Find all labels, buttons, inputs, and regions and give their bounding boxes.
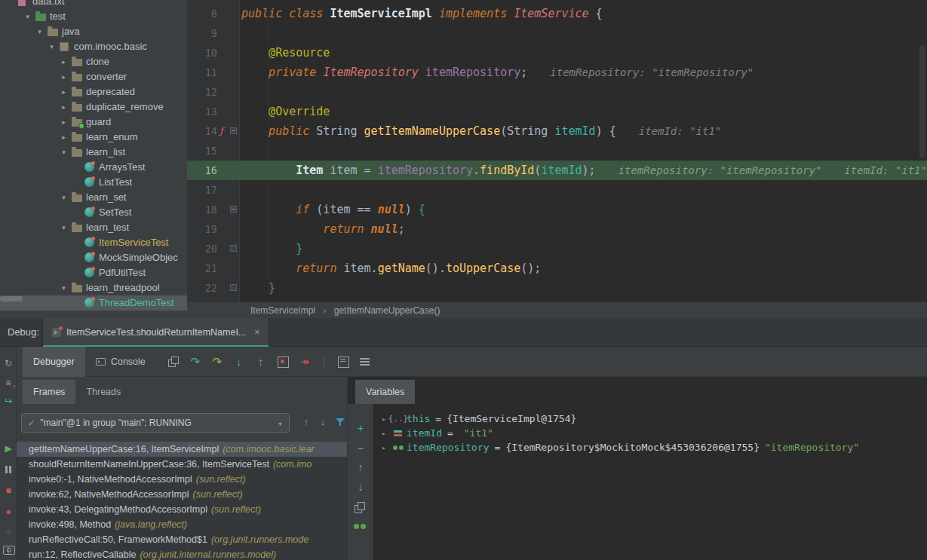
stack-frame-row[interactable]: shouldReturnItemNameInUpperCase:36, Item… — [17, 457, 347, 472]
tree-item-mocksimpleobjec[interactable]: MockSimpleObjec — [0, 250, 187, 265]
line-number[interactable]: 10 — [187, 43, 217, 63]
clear-all-icon[interactable]: ≡× — [0, 375, 17, 390]
tab-variables[interactable]: Variables — [355, 380, 415, 404]
stack-frame-row[interactable]: invoke:43, DelegatingMethodAccessorImpl(… — [17, 502, 347, 517]
restore-layout-icon[interactable] — [165, 353, 182, 370]
variable-row-itemRepository[interactable]: ▸itemRepository={ItemRepository$MockitoM… — [378, 440, 927, 454]
variable-row-itemId[interactable]: ▸itemId="it1" — [378, 426, 927, 440]
stop-icon[interactable]: ■ — [0, 483, 17, 498]
code-line-16[interactable]: 16 Item item = itemRepository.findById(i… — [187, 161, 927, 180]
force-run-to-cursor-icon[interactable]: ↠ — [296, 353, 313, 370]
watch-toggle-icon[interactable] — [348, 519, 373, 534]
tree-item-learn-enum[interactable]: ▸learn_enum — [0, 130, 187, 145]
duplicate-icon[interactable] — [348, 499, 373, 514]
method-breakpoint-icon[interactable]: ƒ — [219, 121, 223, 141]
line-number[interactable]: 9 — [187, 23, 217, 43]
tree-item-pdfutiltest[interactable]: PdfUtilTest — [0, 265, 187, 280]
stack-frame-row[interactable]: invoke:498, Method(java.lang.reflect) — [17, 517, 347, 532]
remove-icon[interactable]: − — [348, 441, 373, 456]
more-options-icon[interactable]: ⋮ — [0, 543, 17, 558]
code-line-15[interactable]: 15 — [187, 141, 927, 161]
close-icon[interactable]: × — [254, 327, 259, 338]
variable-row-this[interactable]: ▸{..}this={ItemServiceImpl@1754} — [378, 412, 927, 426]
step-out-icon[interactable]: ↑ — [253, 353, 269, 370]
tree-item-clone[interactable]: ▸clone — [0, 54, 187, 69]
tree-item-learn-threadpool[interactable]: ▾learn_threadpool — [0, 280, 187, 295]
line-number[interactable]: 20 — [187, 239, 217, 259]
line-number[interactable]: 18 — [187, 200, 217, 219]
code-line-20[interactable]: 20 } — [187, 239, 927, 259]
fold-marker-icon[interactable]: − — [230, 206, 237, 213]
stack-frame-row[interactable]: runReflectiveCall:50, FrameworkMethod$1(… — [17, 532, 347, 547]
editor-scrollbar[interactable] — [919, 45, 925, 158]
stack-frame-row[interactable]: invoke:62, NativeMethodAccessorImpl(sun.… — [17, 487, 347, 502]
fold-marker-icon[interactable]: − — [230, 127, 237, 134]
pause-icon[interactable] — [0, 462, 17, 477]
fold-marker-icon[interactable] — [230, 284, 237, 291]
tree-item-settest[interactable]: SetTest — [0, 205, 187, 220]
chevron-right-icon[interactable]: ▸ — [59, 54, 69, 69]
tree-item-converter[interactable]: ▸converter — [0, 69, 187, 84]
tab-frames[interactable]: Frames — [23, 380, 75, 404]
code-line-14[interactable]: 14ƒ− public String getItemNameUpperCase(… — [187, 121, 927, 141]
tree-item-itemservicetest[interactable]: ItemServiceTest — [0, 235, 187, 250]
chevron-down-icon[interactable]: ▾ — [59, 220, 69, 235]
settings-icon[interactable] — [357, 353, 373, 370]
line-number[interactable]: 13 — [187, 102, 217, 121]
code-line-13[interactable]: 13 @Override — [187, 102, 927, 121]
chevron-right-icon[interactable]: ▸ — [378, 430, 390, 437]
line-number[interactable]: 14 — [187, 121, 217, 141]
tree-item-com-imooc-basic[interactable]: ▾com.imooc.basic — [0, 39, 187, 54]
code-line-10[interactable]: 10 @Resource — [187, 43, 927, 63]
line-number[interactable]: 11 — [187, 63, 217, 82]
chevron-down-icon[interactable]: ▾ — [59, 145, 69, 160]
rerun-icon[interactable]: ↻ — [0, 356, 17, 371]
line-number[interactable]: 12 — [187, 82, 217, 102]
chevron-down-icon[interactable]: ▾ — [59, 190, 69, 205]
tree-item-learn-list[interactable]: ▾learn_list — [0, 145, 187, 160]
mute-breakpoints-icon[interactable]: ○ — [0, 525, 17, 540]
tab-threads[interactable]: Threads — [75, 380, 131, 404]
view-breakpoints-icon[interactable]: ● — [0, 504, 17, 519]
code-line-12[interactable]: 12 — [187, 82, 927, 102]
tab-debugger[interactable]: Debugger — [23, 347, 85, 377]
previous-frame-icon[interactable]: ↑ — [299, 415, 314, 430]
tree-horizontal-scrollbar[interactable] — [0, 296, 23, 301]
breadcrumb-method[interactable]: getItemNameUpperCase() — [334, 305, 440, 316]
tree-item-duplicate-remove[interactable]: ▸duplicate_remove — [0, 99, 187, 115]
line-number[interactable]: 19 — [187, 219, 217, 239]
breadcrumb-class[interactable]: ItemServiceImpl — [250, 305, 315, 316]
move-up-icon[interactable]: ↑ — [348, 460, 373, 475]
code-line-8[interactable]: 8public class ItemServiceImpl implements… — [187, 4, 927, 23]
line-number[interactable]: 17 — [187, 180, 217, 200]
next-frame-icon[interactable]: ↓ — [315, 415, 330, 430]
add-icon[interactable]: + — [348, 421, 373, 436]
line-number[interactable]: 16 — [187, 161, 217, 180]
move-down-icon[interactable]: ↓ — [348, 479, 373, 494]
code-line-21[interactable]: 21 return item.getName().toUpperCase(); — [187, 259, 927, 278]
chevron-down-icon[interactable]: ▾ — [47, 39, 57, 54]
run-to-cursor-icon[interactable] — [275, 353, 291, 370]
tree-item-deprecated[interactable]: ▸deprecated — [0, 84, 187, 99]
resume-icon[interactable]: ▶ — [0, 441, 17, 456]
tree-item-arraystest[interactable]: ArraysTest — [0, 160, 187, 175]
step-over-icon[interactable]: ↷ — [209, 353, 226, 370]
tree-item-java[interactable]: ▾java — [0, 24, 187, 39]
chevron-right-icon[interactable]: ▸ — [59, 99, 69, 115]
tree-item-learn-test[interactable]: ▾learn_test — [0, 220, 187, 235]
chevron-down-icon[interactable]: ▾ — [35, 24, 45, 39]
rerun-failed-icon[interactable]: ↪ — [0, 393, 17, 409]
evaluate-expression-icon[interactable] — [335, 353, 351, 370]
line-number[interactable]: 15 — [187, 141, 217, 161]
line-number[interactable]: 22 — [187, 278, 217, 298]
code-line-11[interactable]: 11 private ItemRepository itemRepository… — [187, 63, 927, 82]
chevron-right-icon[interactable]: ▸ — [59, 69, 69, 84]
chevron-right-icon[interactable]: ▸ — [59, 84, 69, 99]
code-line-9[interactable]: 9 — [187, 23, 927, 43]
debug-session-tab[interactable]: ItemServiceTest.shouldReturnItemNameI...… — [42, 318, 269, 347]
step-into-icon[interactable]: ↓ — [231, 353, 247, 370]
tree-item-listtest[interactable]: ListTest — [0, 175, 187, 190]
tree-item-threaddemotest[interactable]: ThreadDemoTest — [0, 295, 187, 311]
stack-frame-row[interactable]: run:12, ReflectiveCallable(org.junit.int… — [17, 547, 347, 560]
tree-item-data-txt[interactable]: data.txt — [0, 0, 187, 9]
